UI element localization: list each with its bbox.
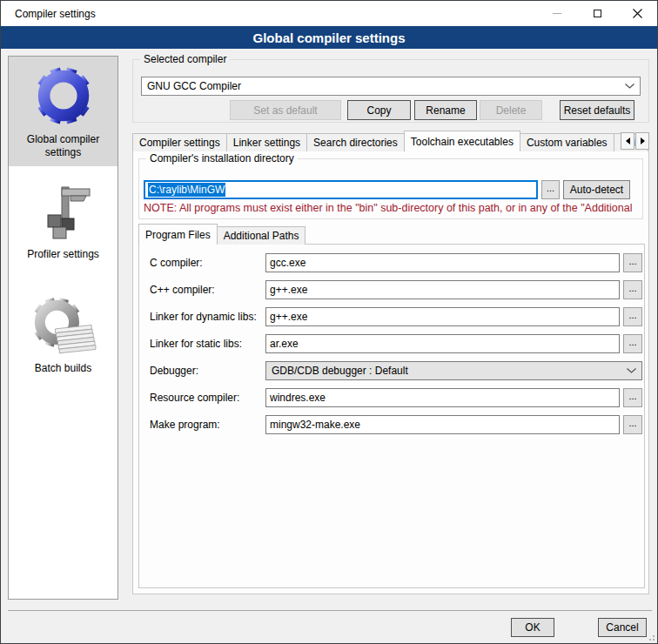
set-as-default-button[interactable]: Set as default (230, 100, 341, 120)
chevron-down-icon (627, 368, 636, 373)
auto-detect-button[interactable]: Auto-detect (563, 180, 630, 199)
field-label: C compiler: (150, 253, 203, 272)
compiler-select[interactable]: GNU GCC Compiler (141, 77, 641, 96)
group-label: Compiler's installation directory (146, 152, 298, 164)
maximize-button[interactable] (577, 1, 617, 26)
cpp-compiler-row: C++ compiler: g++.exe ... (139, 280, 644, 299)
make-program-row: Make program: mingw32-make.exe ... (139, 415, 644, 434)
cancel-button[interactable]: Cancel (598, 618, 647, 637)
resource-compiler-row: Resource compiler: windres.exe ... (139, 388, 644, 407)
ok-button[interactable]: OK (511, 618, 554, 637)
compiler-tab-strip: Compiler settings Linker settings Search… (132, 131, 648, 151)
installation-directory-browse-button[interactable]: ... (541, 180, 560, 199)
tab-compiler-settings[interactable]: Compiler settings (132, 133, 227, 151)
reset-defaults-button[interactable]: Reset defaults (560, 100, 634, 120)
sidebar-item-global-compiler-settings[interactable]: Global compiler settings (9, 57, 118, 166)
paths-tab-strip: Program Files Additional Paths (138, 225, 305, 245)
sidebar-item-label: Batch builds (10, 362, 116, 375)
compiler-settings-dialog: Compiler settings Global compiler settin… (0, 0, 658, 644)
field-label: Linker for static libs: (150, 334, 242, 353)
close-button[interactable] (617, 1, 657, 26)
tab-scroll-left-button[interactable] (621, 132, 634, 150)
compiler-select-value: GNU GCC Compiler (147, 80, 241, 92)
tab-search-directories[interactable]: Search directories (306, 133, 405, 151)
page-title: Global compiler settings (252, 30, 405, 45)
program-files-page: C compiler: gcc.exe ... C++ compiler: g+… (138, 244, 645, 588)
c-compiler-row: C compiler: gcc.exe ... (139, 253, 644, 272)
field-label: Debugger: (150, 361, 198, 380)
maximize-icon (594, 10, 601, 17)
field-label: Make program: (150, 415, 220, 434)
field-label: Linker for dynamic libs: (150, 307, 257, 326)
delete-button[interactable]: Delete (480, 100, 542, 120)
debugger-row: Debugger: GDB/CDB debugger : Default (139, 361, 644, 380)
footer-separator (8, 610, 652, 611)
tab-linker-settings[interactable]: Linker settings (226, 133, 307, 151)
tab-custom-variables[interactable]: Custom variables (520, 133, 614, 151)
static-linker-input[interactable]: ar.exe (265, 334, 620, 353)
minimize-button[interactable] (537, 1, 577, 26)
window-title: Compiler settings (15, 8, 96, 20)
copy-button[interactable]: Copy (347, 100, 411, 120)
sidebar-item-profiler-settings[interactable]: Profiler settings (9, 177, 118, 268)
cpp-compiler-input[interactable]: g++.exe (265, 280, 620, 299)
arrow-right-icon (641, 138, 645, 144)
group-label: Selected compiler (140, 53, 230, 65)
sidebar-item-label: Global compiler settings (10, 133, 116, 159)
tab-additional-paths[interactable]: Additional Paths (217, 226, 306, 245)
blue-gear-icon (30, 62, 97, 130)
dynamic-linker-row: Linker for dynamic libs: g++.exe ... (139, 307, 644, 326)
tab-program-files[interactable]: Program Files (138, 224, 218, 245)
rename-button[interactable]: Rename (414, 100, 477, 120)
make-program-browse-button[interactable]: ... (623, 415, 642, 434)
arrow-left-icon (626, 138, 630, 144)
installation-note: NOTE: All programs must exist either in … (144, 202, 640, 214)
chevron-down-icon (625, 84, 634, 89)
static-linker-browse-button[interactable]: ... (623, 334, 642, 353)
tab-scroll-right-button[interactable] (635, 132, 649, 150)
installation-directory-group: Compiler's installation directory C:\ray… (138, 158, 643, 219)
gray-gear-papers-icon (30, 296, 97, 359)
resize-grip-handle[interactable] (646, 632, 655, 641)
debugger-select[interactable]: GDB/CDB debugger : Default (265, 361, 642, 380)
field-label: Resource compiler: (150, 388, 239, 407)
resource-compiler-input[interactable]: windres.exe (265, 388, 620, 407)
debugger-select-value: GDB/CDB debugger : Default (272, 365, 408, 377)
installation-directory-input[interactable]: C:\raylib\MinGW (144, 180, 538, 199)
c-compiler-browse-button[interactable]: ... (623, 253, 642, 272)
c-compiler-input[interactable]: gcc.exe (265, 253, 620, 272)
caliper-icon (32, 182, 95, 245)
settings-category-list: Global compiler settings Profiler settin… (8, 56, 118, 600)
minimize-icon (553, 13, 561, 14)
selected-compiler-group: Selected compiler GNU GCC Compiler Set a… (132, 59, 649, 123)
close-icon (633, 9, 642, 18)
resource-compiler-browse-button[interactable]: ... (623, 388, 642, 407)
tab-toolchain-executables[interactable]: Toolchain executables (404, 131, 520, 151)
cpp-compiler-browse-button[interactable]: ... (623, 280, 642, 299)
window-controls (537, 1, 657, 26)
dialog-header: Global compiler settings (1, 26, 657, 49)
sidebar-item-batch-builds[interactable]: Batch builds (9, 291, 118, 382)
sidebar-item-label: Profiler settings (10, 248, 116, 261)
installation-directory-value: C:\raylib\MinGW (148, 183, 225, 197)
static-linker-row: Linker for static libs: ar.exe ... (139, 334, 644, 353)
field-label: C++ compiler: (150, 280, 215, 299)
dynamic-linker-browse-button[interactable]: ... (623, 307, 642, 326)
make-program-input[interactable]: mingw32-make.exe (265, 415, 620, 434)
dynamic-linker-input[interactable]: g++.exe (265, 307, 620, 326)
